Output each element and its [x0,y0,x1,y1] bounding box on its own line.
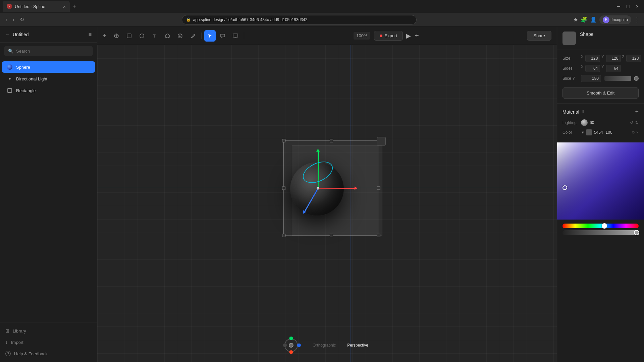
incognito-icon: R [603,16,609,23]
export-dot [380,35,382,37]
material-add-button[interactable]: + [635,108,639,115]
color-opacity-value[interactable]: 100 [606,130,612,135]
perspective-view-tab[interactable]: Perspective [342,342,373,349]
export-label: Export [384,33,397,38]
tool-text[interactable]: T [149,30,160,42]
lighting-swatch [581,119,588,126]
sidebar-title: ← Untitled [5,32,29,37]
back-arrow-icon[interactable]: ← [5,32,10,37]
hue-thumb[interactable] [602,223,607,229]
share-button[interactable]: Share [527,31,551,41]
extension-icon[interactable]: 🧩 [581,16,587,23]
new-tab-button[interactable]: + [71,2,77,11]
tool-3d[interactable] [162,30,173,42]
search-icon: 🔍 [8,49,13,54]
add-object-button[interactable]: + [103,32,107,40]
lighting-reset-icon[interactable]: ↺ [630,120,633,125]
import-label: Import [11,340,23,345]
tool-box[interactable] [123,30,135,42]
material-title: Material ⠿ [562,109,584,115]
bookmark-icon[interactable]: ★ [573,16,578,23]
lock-icon: 🔒 [186,17,191,22]
search-input[interactable] [16,49,89,54]
back-button[interactable]: ‹ [4,15,8,24]
layer-item-sphere[interactable]: Sphere [2,61,95,73]
main-canvas[interactable]: Orthographic Perspective [97,45,557,362]
orthographic-view-tab[interactable]: Orthographic [308,342,340,349]
browser-menu-button[interactable]: ⋮ [634,16,640,23]
material-drag-handle: ⠿ [581,110,584,114]
favicon: S [7,4,12,9]
smooth-edit-button[interactable]: Smooth & Edit [562,87,639,99]
opacity-slider[interactable] [562,230,639,235]
tab-title: Untitled · Spline [15,4,45,9]
search-bar[interactable]: 🔍 [4,46,93,56]
lighting-value[interactable]: 60 [590,120,630,125]
color-reset-icon[interactable]: ↺ [632,130,635,135]
export-button[interactable]: Export [374,31,403,41]
tool-star[interactable] [174,30,186,42]
tool-pen[interactable] [187,30,199,42]
view-navigation-cube[interactable] [281,335,301,355]
sidebar-menu-icon[interactable]: ≡ [89,32,92,38]
rectangle-layer-icon [7,87,13,94]
tool-select[interactable] [204,30,216,42]
svg-text:T: T [153,34,156,39]
size-z-label: Z [622,55,625,62]
rectangle-layer-label: Rectangle [16,88,36,93]
sphere-layer-icon [7,64,13,70]
lighting-label: Lighting [562,120,581,125]
color-gradient-canvas[interactable] [557,142,644,220]
svg-point-4 [178,34,182,38]
library-label: Library [13,328,26,334]
slice-y-label: Slice Y [562,76,581,81]
address-bar[interactable]: 🔒 app.spline.design/file/adbfb567-34e6-4… [182,15,417,24]
color-hex-value[interactable]: 5454 [594,130,603,135]
tool-comment[interactable] [217,30,228,42]
import-icon: ↓ [5,340,8,345]
size-y-input[interactable] [606,55,621,62]
refresh-button[interactable]: ↻ [18,15,25,24]
sides-y-input[interactable] [606,65,621,72]
tool-transform[interactable] [111,30,122,42]
tab-close-btn[interactable]: × [63,4,66,9]
color-label: Color [562,130,581,135]
opacity-thumb[interactable] [634,230,639,235]
svg-point-5 [179,35,181,37]
size-x-input[interactable] [585,55,600,62]
import-footer-item[interactable]: ↓ Import [0,337,97,348]
tool-screen[interactable] [230,30,241,42]
color-dropdown-icon[interactable]: ▼ [581,130,585,134]
shape-preview-swatch [562,32,576,45]
shape-panel-title: Shape [580,32,593,37]
help-icon: ? [5,351,11,356]
svg-rect-1 [127,34,131,38]
slice-y-input[interactable] [581,75,601,82]
color-picker [557,142,644,235]
help-footer-item[interactable]: ? Help & Feedback [0,348,97,359]
maximize-button[interactable]: □ [624,2,632,10]
forward-button[interactable]: › [11,15,15,24]
add-scene-button[interactable]: + [415,32,419,40]
window-close-button[interactable]: × [633,2,641,10]
hue-slider[interactable] [562,224,639,228]
color-picker-cursor[interactable] [562,185,567,190]
library-footer-item[interactable]: ⊞ Library [0,325,97,337]
layer-item-rectangle[interactable]: Rectangle [2,85,95,96]
color-close-icon[interactable]: × [636,130,639,135]
library-icon: ⊞ [5,328,9,334]
sides-label: Sides [562,66,581,71]
minimize-button[interactable]: ─ [614,2,623,10]
incognito-badge: R Incognito [599,15,631,24]
sides-x-input[interactable] [585,65,600,72]
play-button[interactable]: ▶ [406,32,411,40]
size-z-input[interactable] [626,55,641,62]
browser-tab[interactable]: S Untitled · Spline × [3,1,70,12]
tool-circle[interactable] [136,30,148,42]
profile-button[interactable]: 👤 [590,16,597,23]
layer-item-directional-light[interactable]: ✦ Directional Light [2,73,95,84]
lighting-refresh-icon[interactable]: ↻ [635,120,639,125]
color-swatch[interactable] [586,129,592,135]
incognito-label: Incognito [611,17,628,22]
zoom-level[interactable]: 100% [354,32,370,40]
